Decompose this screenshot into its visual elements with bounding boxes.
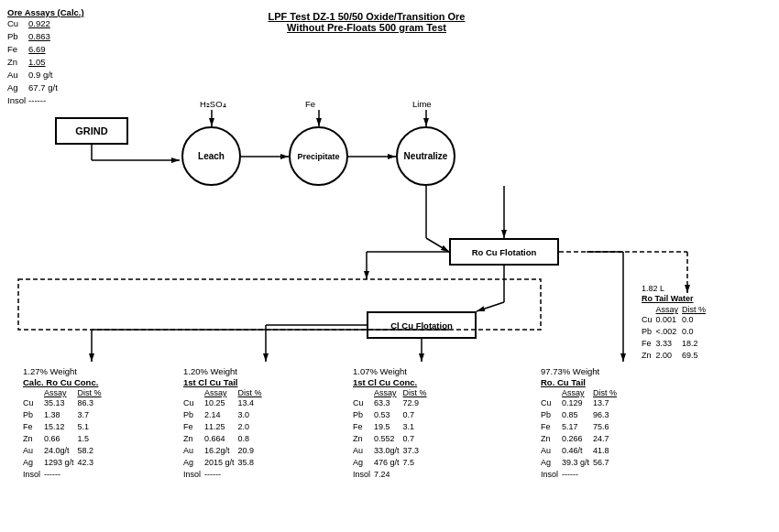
list-item: Cu10.2513.4 (183, 397, 266, 409)
cl-conc-th-el (353, 388, 374, 397)
ro-cu-tail-label: Ro. Cu Tail (541, 377, 620, 387)
ore-element-zn: Zn (7, 56, 28, 69)
list-item: Cu35.1386.3 (23, 397, 105, 409)
rt-el-cu: Cu (642, 314, 656, 326)
ore-element-insol: Insol (7, 94, 28, 107)
ore-value-zn: 1.05 (28, 56, 60, 69)
list-item: Fe15.125.1 (23, 421, 105, 433)
calc-ro-table: Assay Dist % Cu35.1386.3 Pb1.383.7 Fe15.… (23, 388, 105, 481)
neutralize-circle: Neutralize (396, 126, 455, 186)
leach-circle: Leach (181, 126, 241, 186)
ore-value-ag: 67.7 g/t (28, 81, 60, 94)
list-item: Au0.46/t41.8 (541, 445, 620, 457)
ro-tail-row-pb: Pb <.002 0.0 (642, 326, 709, 338)
rt-dist-cu: 0.0 (682, 314, 709, 326)
ro-tail-row-zn: Zn 2.00 69.5 (642, 350, 709, 362)
ro-tail-water-block: 1.82 L Ro Tail Water Assay Dist % Cu 0.0… (642, 284, 709, 362)
rt-assay-fe: 3.33 (656, 338, 683, 350)
rt-assay-zn: 2.00 (656, 350, 683, 362)
cl-conc-weight: 1.07% Weight (353, 366, 431, 376)
ore-value-fe: 6.69 (28, 43, 60, 56)
ore-row-ag: Ag 67.7 g/t (7, 81, 60, 94)
svg-line-9 (426, 238, 449, 252)
ore-row-au: Au 0.9 g/t (7, 69, 60, 81)
list-item: Zn0.5520.7 (353, 433, 431, 445)
ore-element-cu: Cu (7, 17, 28, 30)
list-item: Insol7.24 (353, 469, 431, 481)
ro-cu-tail-table: Assay Dist % Cu0.12913.7 Pb0.8596.3 Fe5.… (541, 388, 620, 481)
list-item: Cu63.372.9 (353, 397, 431, 409)
rt-el-fe: Fe (642, 338, 656, 350)
ore-element-pb: Pb (7, 30, 28, 43)
ore-row-cu: Cu 0.922 (7, 17, 60, 30)
rt-el-zn: Zn (642, 350, 656, 362)
grind-box: GRIND (55, 117, 128, 145)
list-item: Pb0.8596.3 (541, 409, 620, 421)
cl-tail-th-dist: Dist % (238, 388, 266, 397)
list-item: Au16.2g/t20.9 (183, 445, 266, 457)
main-container: LPF Test DZ-1 50/50 Oxide/Transition Ore… (0, 0, 779, 532)
list-item: Ag1293 g/t42.3 (23, 457, 105, 469)
first-cl-cu-tail-block: 1.20% Weight 1st Cl Cu Tail Assay Dist %… (183, 366, 266, 481)
cl-conc-th-assay: Assay (374, 388, 403, 397)
ro-tail-table: Assay Dist % Cu 0.001 0.0 Pb <.002 0.0 F… (642, 305, 709, 362)
ro-cu-tail-weight: 97.73% Weight (541, 366, 620, 376)
list-item: Au24.0g/t58.2 (23, 445, 105, 457)
ore-element-au: Au (7, 69, 28, 81)
svg-line-14 (477, 302, 504, 311)
cl-tail-th-assay: Assay (204, 388, 238, 397)
calc-ro-weight: 1.27% Weight (23, 366, 105, 376)
rt-dist-zn: 69.5 (682, 350, 709, 362)
list-item: Pb1.383.7 (23, 409, 105, 421)
ro-tail-th-assay: Assay (656, 305, 683, 314)
ro-cu-tail-th-dist: Dist % (593, 388, 620, 397)
calc-ro-th-assay: Assay (44, 388, 78, 397)
ore-value-cu: 0.922 (28, 17, 60, 30)
precipitate-circle: Precipitate (289, 126, 348, 186)
ro-tail-volume: 1.82 L (642, 284, 709, 293)
calc-ro-cu-conc-block: 1.27% Weight Calc. Ro Cu Conc. Assay Dis… (23, 366, 105, 481)
ro-tail-row-cu: Cu 0.001 0.0 (642, 314, 709, 326)
ore-row-zn: Zn 1.05 (7, 56, 60, 69)
ro-cu-tail-block: 97.73% Weight Ro. Cu Tail Assay Dist % C… (541, 366, 620, 481)
title-line2: Without Pre-Floats 500 gram Test (220, 22, 513, 33)
ro-cu-flotation-box: Ro Cu Flotation (449, 238, 559, 266)
cl-conc-table: Assay Dist % Cu63.372.9 Pb0.530.7 Fe19.5… (353, 388, 431, 481)
list-item: Pb2.143.0 (183, 409, 266, 421)
ore-assays: Ore Assays (Calc.) Cu 0.922 Pb 0.863 Fe … (7, 7, 84, 107)
rt-el-pb: Pb (642, 326, 656, 338)
ore-row-pb: Pb 0.863 (7, 30, 60, 43)
fe-label: Fe (305, 99, 315, 109)
ore-element-ag: Ag (7, 81, 28, 94)
list-item: Insol------ (541, 469, 620, 481)
ro-tail-th-dist: Dist % (682, 305, 709, 314)
cl-tail-label: 1st Cl Cu Tail (183, 377, 266, 387)
list-item: Fe11.252.0 (183, 421, 266, 433)
list-item: Zn0.661.5 (23, 433, 105, 445)
ore-value-pb: 0.863 (28, 30, 60, 43)
cl-conc-label: 1st Cl Cu Conc. (353, 377, 431, 387)
ore-assays-header: Ore Assays (Calc.) (7, 7, 84, 17)
list-item: Zn0.6640.8 (183, 433, 266, 445)
ore-row-insol: Insol ------ (7, 94, 60, 107)
ro-tail-th-element (642, 305, 656, 314)
grind-label: GRIND (75, 125, 107, 136)
title-block: LPF Test DZ-1 50/50 Oxide/Transition Ore… (220, 11, 513, 33)
rt-assay-cu: 0.001 (656, 314, 683, 326)
h2so4-label: H₂SO₄ (200, 99, 226, 109)
calc-ro-label: Calc. Ro Cu Conc. (23, 377, 105, 387)
first-cl-cu-conc-block: 1.07% Weight 1st Cl Cu Conc. Assay Dist … (353, 366, 431, 481)
rt-dist-pb: 0.0 (682, 326, 709, 338)
cl-tail-weight: 1.20% Weight (183, 366, 266, 376)
ore-row-fe: Fe 6.69 (7, 43, 60, 56)
calc-ro-th-dist: Dist % (78, 388, 105, 397)
list-item: Insol------ (23, 469, 105, 481)
title-line1: LPF Test DZ-1 50/50 Oxide/Transition Ore (220, 11, 513, 22)
calc-ro-th-el (23, 388, 44, 397)
ore-value-insol: ------ (28, 94, 60, 107)
rt-assay-pb: <.002 (656, 326, 683, 338)
list-item: Zn0.26624.7 (541, 433, 620, 445)
list-item: Fe5.1775.6 (541, 421, 620, 433)
cl-conc-th-dist: Dist % (403, 388, 431, 397)
list-item: Ag2015 g/t35.8 (183, 457, 266, 469)
